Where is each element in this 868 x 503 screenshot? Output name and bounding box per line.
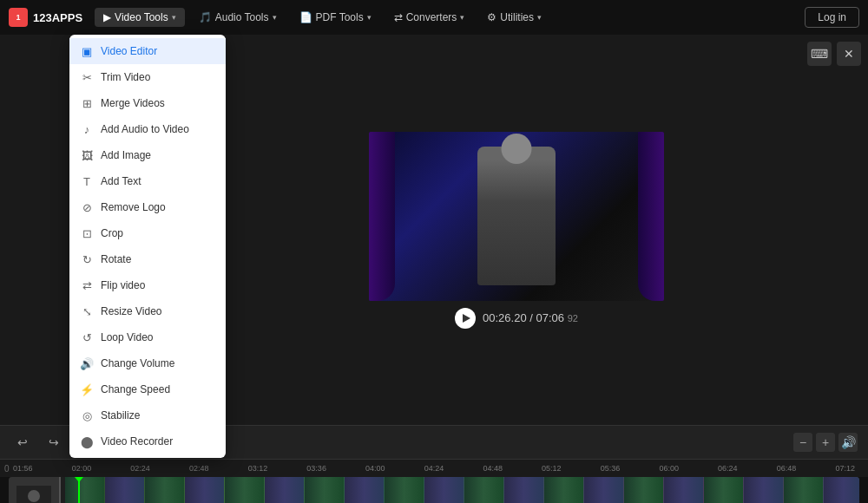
video-person-figure — [477, 147, 556, 285]
playhead[interactable] — [78, 477, 80, 503]
svg-point-1 — [28, 490, 40, 502]
dropdown-item-icon-resize-video: ⤡ — [80, 304, 94, 318]
nav-converters[interactable]: ⇄ Converters ▾ — [385, 8, 474, 27]
nav-audio-tools-label: Audio Tools — [215, 11, 269, 23]
dropdown-item-add-text[interactable]: T Add Text — [69, 168, 226, 194]
dropdown-item-video-editor[interactable]: ▣ Video Editor — [69, 38, 226, 64]
dropdown-item-icon-stabilize: ◎ — [80, 408, 94, 422]
nav-video-tools[interactable]: ▶ Video Tools ▾ — [95, 8, 185, 27]
minus-icon: − — [799, 435, 806, 449]
dropdown-item-label-add-text: Add Text — [101, 175, 141, 187]
audio-tools-icon: 🎵 — [199, 11, 212, 23]
ruler-mark: 04:48 — [483, 464, 503, 473]
ruler-mark: 06:24 — [718, 464, 738, 473]
ruler-mark: 04:00 — [365, 464, 385, 473]
track-frame — [664, 477, 703, 503]
dropdown-item-trim-video[interactable]: ✂ Trim Video — [69, 64, 226, 90]
ruler-mark: 06:48 — [777, 464, 797, 473]
track-frame — [744, 477, 783, 503]
track-frame — [504, 477, 543, 503]
top-right-icons: ⌨ ✕ — [807, 42, 861, 66]
dropdown-item-add-image[interactable]: 🖼 Add Image — [69, 142, 226, 168]
redo-button[interactable]: ↪ — [42, 430, 66, 454]
dropdown-item-label-add-image: Add Image — [101, 149, 151, 161]
chevron-down-icon-converters: ▾ — [460, 13, 464, 22]
current-time-value: 00:26.20 — [483, 311, 527, 324]
timeline-track[interactable] — [9, 477, 859, 503]
dropdown-item-icon-merge-videos: ⊞ — [80, 96, 94, 110]
zoom-audio-button[interactable]: 🔊 — [838, 433, 858, 452]
dropdown-item-loop-video[interactable]: ↺ Loop Video — [69, 324, 226, 350]
video-tools-icon: ▶ — [103, 11, 111, 23]
dropdown-item-label-change-speed: Change Speed — [101, 383, 170, 395]
zoom-plus-button[interactable]: + — [816, 433, 835, 452]
dropdown-item-flip-video[interactable]: ⇄ Flip video — [69, 272, 226, 298]
dropdown-item-icon-trim-video: ✂ — [80, 70, 94, 84]
video-preview — [369, 132, 664, 301]
track-frame — [544, 477, 583, 503]
total-time-value: 07:06 — [536, 311, 565, 324]
dropdown-item-label-rotate: Rotate — [101, 253, 131, 265]
track-content — [65, 477, 859, 503]
nav-pdf-tools[interactable]: 📄 PDF Tools ▾ — [291, 8, 380, 27]
track-frame — [105, 477, 144, 503]
curtain-right — [638, 132, 664, 301]
track-frame — [424, 477, 464, 503]
track-frame — [265, 477, 304, 503]
dropdown-item-label-resize-video: Resize Video — [101, 305, 162, 317]
track-frame — [824, 477, 859, 503]
ruler-mark: 02:00 — [72, 464, 92, 473]
dropdown-item-label-crop: Crop — [101, 227, 123, 239]
nav-audio-tools[interactable]: 🎵 Audio Tools ▾ — [190, 8, 286, 27]
ruler-marks: 01:5602:0002:2402:4803:1203:3604:0004:24… — [9, 464, 859, 473]
keyboard-icon: ⌨ — [811, 47, 828, 61]
track-frames — [65, 477, 859, 503]
close-button[interactable]: ✕ — [837, 42, 861, 66]
dropdown-item-remove-logo[interactable]: ⊘ Remove Logo — [69, 194, 226, 220]
timeline-ruler: 0 01:5602:0002:2402:4803:1203:3604:0004:… — [0, 460, 868, 477]
ruler-mark: 04:24 — [424, 464, 444, 473]
dropdown-item-label-video-recorder: Video Recorder — [101, 435, 173, 447]
ruler-mark: 02:24 — [130, 464, 150, 473]
audio-icon: 🔊 — [841, 435, 856, 449]
dropdown-item-icon-change-volume: 🔊 — [80, 356, 94, 370]
chevron-down-icon-utilities: ▾ — [537, 13, 542, 22]
dropdown-item-video-recorder[interactable]: ⬤ Video Recorder — [69, 428, 226, 454]
track-frame — [704, 477, 743, 503]
track-frame — [185, 477, 224, 503]
dropdown-item-crop[interactable]: ⊡ Crop — [69, 220, 226, 246]
dropdown-item-change-speed[interactable]: ⚡ Change Speed — [69, 376, 226, 402]
nav-utilities[interactable]: ⚙ Utilities ▾ — [478, 8, 550, 27]
nav-pdf-tools-label: PDF Tools — [316, 11, 364, 23]
keyboard-shortcuts-button[interactable]: ⌨ — [807, 42, 832, 66]
nav-utilities-label: Utilities — [500, 11, 534, 23]
zoom-minus-button[interactable]: − — [793, 433, 812, 452]
main-area: ▣ Video Editor ✂ Trim Video ⊞ Merge Vide… — [0, 35, 868, 425]
dropdown-item-resize-video[interactable]: ⤡ Resize Video — [69, 298, 226, 324]
dropdown-item-change-volume[interactable]: 🔊 Change Volume — [69, 350, 226, 376]
dropdown-item-label-flip-video: Flip video — [101, 279, 145, 291]
dropdown-item-stabilize[interactable]: ◎ Stabilize — [69, 402, 226, 428]
ruler-mark: 05:12 — [542, 464, 562, 473]
track-frame — [305, 477, 344, 503]
video-area: 00:26.20 / 07:06 92 — [165, 35, 868, 425]
app-logo[interactable]: 1 123APPS — [9, 8, 82, 27]
play-button[interactable] — [455, 308, 476, 329]
logo-icon: 1 — [9, 8, 28, 27]
dropdown-item-icon-video-editor: ▣ — [80, 44, 94, 58]
track-frame — [65, 477, 104, 503]
logo-text: 123APPS — [33, 11, 82, 24]
dropdown-item-icon-add-audio: ♪ — [80, 122, 94, 136]
dropdown-item-label-change-volume: Change Volume — [101, 357, 174, 369]
undo-button[interactable]: ↩ — [10, 430, 35, 454]
track-frame — [624, 477, 663, 503]
dropdown-item-merge-videos[interactable]: ⊞ Merge Videos — [69, 90, 226, 116]
dropdown-item-icon-add-image: 🖼 — [80, 148, 94, 162]
dropdown-item-rotate[interactable]: ↻ Rotate — [69, 246, 226, 272]
track-frame — [584, 477, 623, 503]
login-button[interactable]: Log in — [805, 7, 859, 28]
ruler-mark: 02:48 — [189, 464, 209, 473]
dropdown-item-icon-loop-video: ↺ — [80, 330, 94, 344]
plus-icon: + — [822, 435, 829, 449]
dropdown-item-add-audio[interactable]: ♪ Add Audio to Video — [69, 116, 226, 142]
